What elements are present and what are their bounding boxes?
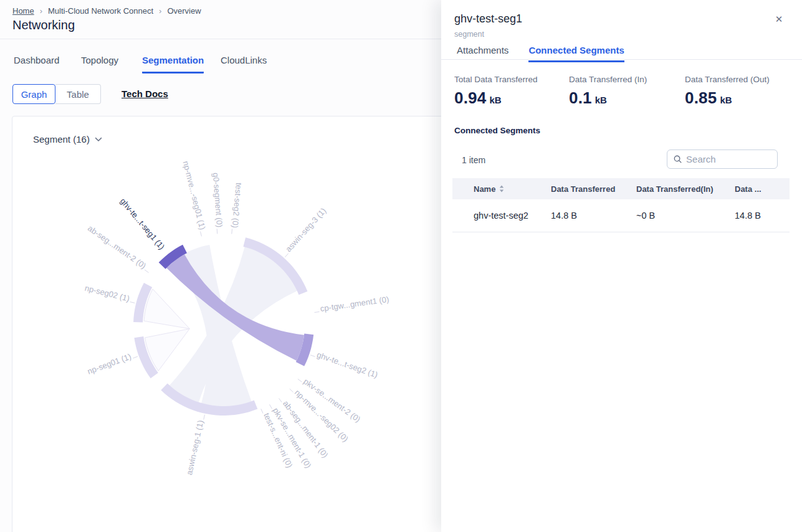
stats-row: Total Data Transferred 0.94 kB Data Tran… bbox=[454, 75, 800, 108]
chord-leader-line bbox=[217, 229, 217, 234]
search-box[interactable] bbox=[667, 150, 778, 169]
chord-leader-line bbox=[130, 302, 135, 303]
close-icon[interactable]: ✕ bbox=[772, 12, 786, 26]
view-toggle: Graph Table bbox=[12, 84, 101, 104]
sort-icon bbox=[499, 185, 504, 192]
breadcrumb-item: Overview bbox=[167, 6, 201, 16]
chevron-right-icon: › bbox=[40, 6, 42, 16]
panel-title: ghv-test-seg1 bbox=[454, 12, 522, 26]
chord-leader-line bbox=[279, 398, 282, 402]
chord-label[interactable]: ab-seg...ment-2 (0) bbox=[86, 224, 148, 271]
column-header-data-in: Data Transferred(In) bbox=[636, 184, 735, 194]
connected-segments-table: Name Data Transferred Data Transferred(I… bbox=[452, 178, 790, 232]
search-icon bbox=[674, 154, 682, 164]
stat-data-in: Data Transferred (In) 0.1 kB bbox=[569, 75, 685, 108]
table-row[interactable]: ghv-test-seg2 14.8 B ~0 B 14.8 B bbox=[452, 199, 790, 232]
chord-label[interactable]: np-seg02 (1) bbox=[84, 283, 130, 303]
column-header-data-out: Data ... bbox=[735, 184, 790, 194]
panel-tabs-divider bbox=[441, 59, 802, 60]
chord-label[interactable]: np-seg01 (1) bbox=[86, 351, 132, 376]
connected-segments-heading: Connected Segments bbox=[454, 126, 540, 135]
column-header-data-transferred: Data Transferred bbox=[551, 184, 636, 194]
chord-label[interactable]: aswin-seg-3 (1) bbox=[284, 206, 328, 254]
tab-dashboard[interactable]: Dashboard bbox=[14, 55, 59, 72]
tab-topology[interactable]: Topology bbox=[81, 55, 118, 72]
chord-leader-line bbox=[298, 379, 302, 382]
segmentation-chord-diagram[interactable]: ghv-te...t-seg1 (1)ab-seg...ment-2 (0)np… bbox=[12, 116, 442, 532]
breadcrumb: Home › Multi-Cloud Network Connect › Ove… bbox=[12, 6, 201, 16]
chevron-right-icon: › bbox=[159, 6, 161, 16]
chord-leader-line bbox=[232, 229, 232, 234]
breadcrumb-home-link[interactable]: Home bbox=[12, 6, 34, 16]
graph-view-button[interactable]: Graph bbox=[12, 84, 55, 104]
chord-leader-line bbox=[261, 409, 263, 413]
panel-subtitle: segment bbox=[454, 30, 484, 39]
chord-leader-line bbox=[133, 356, 138, 358]
tab-segmentation[interactable]: Segmentation bbox=[142, 55, 204, 74]
chord-beak bbox=[144, 289, 189, 329]
chevron-down-icon bbox=[95, 137, 102, 142]
stat-label: Total Data Transferred bbox=[454, 75, 569, 84]
chord-leader-line bbox=[310, 355, 315, 357]
chord-leader-line bbox=[285, 254, 288, 257]
chord-label[interactable]: ghv-te...t-seg1 (1) bbox=[118, 196, 166, 251]
segment-detail-panel: ghv-test-seg1 segment ✕ Attachments Conn… bbox=[441, 0, 802, 532]
items-count: 1 item bbox=[462, 155, 485, 165]
chord-label[interactable]: ghv-te...t-seg2 (1) bbox=[315, 350, 379, 380]
chord-leader-line bbox=[204, 415, 205, 420]
stat-total-data: Total Data Transferred 0.94 kB bbox=[454, 75, 569, 108]
chord-label[interactable]: g0-segment (0) bbox=[211, 173, 224, 228]
chord-leader-line bbox=[145, 270, 149, 273]
stat-unit: kB bbox=[595, 95, 607, 105]
cell-segment-name[interactable]: ghv-test-seg2 bbox=[452, 211, 551, 221]
stat-value: 0.85 bbox=[685, 88, 717, 108]
breadcrumb-item[interactable]: Multi-Cloud Network Connect bbox=[48, 6, 153, 16]
tab-cloudlinks[interactable]: CloudLinks bbox=[221, 55, 267, 72]
cell-data-out: 14.8 B bbox=[735, 211, 790, 221]
tech-docs-link[interactable]: Tech Docs bbox=[122, 88, 168, 99]
stat-value: 0.94 bbox=[454, 88, 486, 108]
stat-data-out: Data Transferred (Out) 0.85 kB bbox=[685, 75, 800, 108]
chord-label[interactable]: test-seg2 (0) bbox=[231, 183, 244, 229]
stat-label: Data Transferred (In) bbox=[569, 75, 685, 84]
chord-label[interactable]: np-mve...-seg01 (1) bbox=[181, 160, 208, 231]
segment-filter-dropdown[interactable]: Segment (16) bbox=[33, 134, 102, 145]
cell-data-transferred: 14.8 B bbox=[551, 211, 636, 221]
chord-label[interactable]: aswin-seg-1 (1) bbox=[184, 419, 205, 476]
chord-label[interactable]: cp-tgw...gment1 (0) bbox=[320, 295, 389, 313]
chord-leader-line bbox=[315, 311, 320, 312]
stat-label: Data Transferred (Out) bbox=[685, 75, 800, 84]
search-input[interactable] bbox=[686, 154, 771, 164]
cell-data-in: ~0 B bbox=[636, 211, 735, 221]
page-title: Networking bbox=[12, 18, 75, 32]
chord-leader-line bbox=[270, 404, 272, 409]
stat-unit: kB bbox=[720, 95, 732, 105]
segment-filter-label: Segment (16) bbox=[33, 134, 90, 145]
column-header-name[interactable]: Name bbox=[452, 184, 551, 194]
stat-unit: kB bbox=[489, 95, 501, 105]
chord-leader-line bbox=[201, 232, 202, 237]
chord-leader-line bbox=[290, 389, 294, 392]
table-view-button[interactable]: Table bbox=[55, 84, 101, 104]
table-header: Name Data Transferred Data Transferred(I… bbox=[452, 178, 790, 199]
stat-value: 0.1 bbox=[569, 88, 592, 108]
